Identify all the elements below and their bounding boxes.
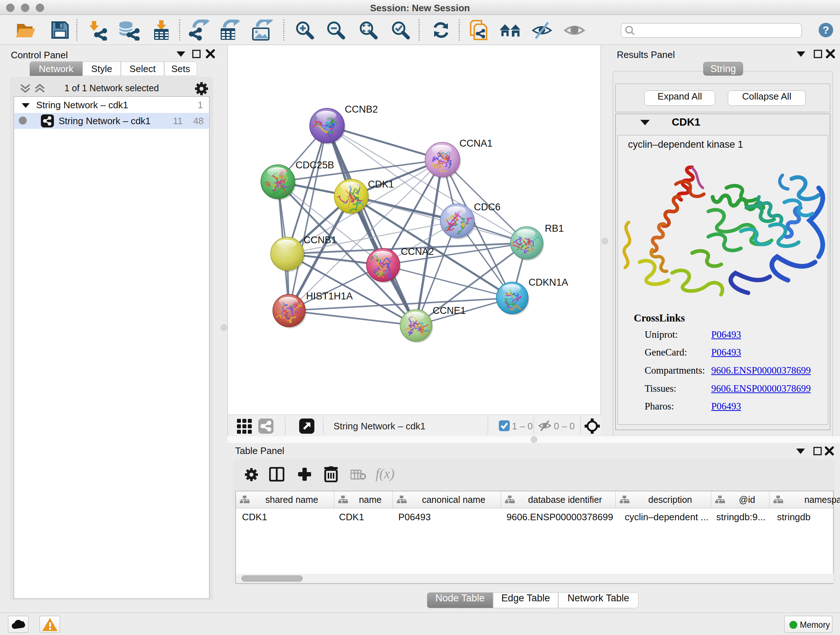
svg-text:?: ? [823, 24, 829, 36]
svg-text:CCNA1: CCNA1 [459, 138, 493, 149]
svg-text:CCNA2: CCNA2 [401, 246, 434, 257]
svg-text:CDC25B: CDC25B [295, 160, 334, 171]
svg-text:CCNB2: CCNB2 [345, 104, 378, 115]
svg-text:CDKN1A: CDKN1A [529, 277, 568, 288]
svg-text:HIST1H1A: HIST1H1A [306, 291, 353, 302]
svg-text:CDC6: CDC6 [474, 202, 501, 212]
svg-text:CDK1: CDK1 [368, 179, 394, 190]
svg-text:CCNE1: CCNE1 [433, 305, 466, 316]
svg-text:RB1: RB1 [545, 223, 564, 234]
svg-text:CCNB1: CCNB1 [303, 234, 337, 245]
